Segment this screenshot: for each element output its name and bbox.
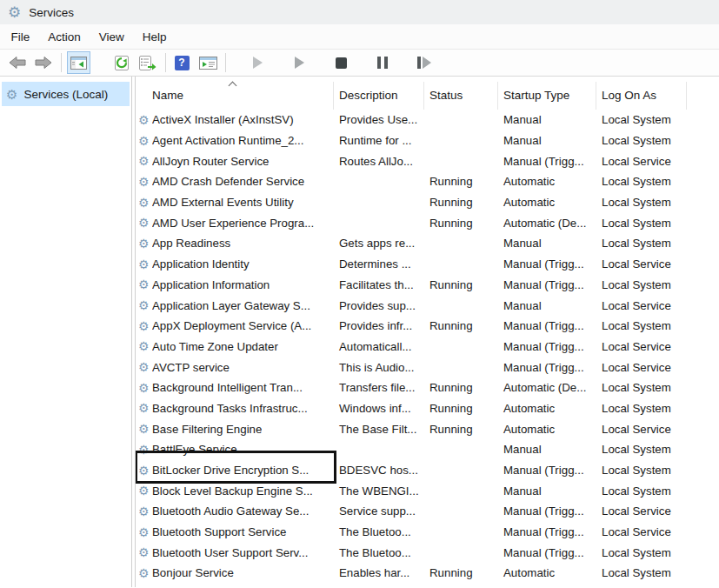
- table-row[interactable]: ⚙ Auto Time Zone Updater Automaticall...…: [136, 337, 719, 357]
- restart-service-button[interactable]: [414, 51, 435, 74]
- column-header-startup-type[interactable]: Startup Type: [498, 82, 596, 110]
- service-name: Auto Time Zone Updater: [152, 340, 278, 353]
- service-name: Base Filtering Engine: [152, 423, 262, 436]
- table-row[interactable]: ⚙ Bluetooth Audio Gateway Se... Service …: [136, 501, 719, 522]
- show-hide-action-pane-button[interactable]: [197, 51, 218, 74]
- service-log-on-as: Local Service: [596, 299, 687, 312]
- table-row[interactable]: ⚙ Background Intelligent Tran... Transfe…: [136, 378, 719, 398]
- service-name: ActiveX Installer (AxInstSV): [152, 113, 294, 126]
- service-startup-type: Manual (Trigg...: [498, 319, 596, 332]
- service-log-on-as: Local System: [596, 175, 687, 188]
- service-gear-icon: ⚙: [138, 484, 151, 497]
- service-gear-icon: ⚙: [138, 135, 151, 147]
- service-description: The WBENGI...: [334, 484, 424, 498]
- show-hide-console-tree-button[interactable]: [67, 51, 90, 74]
- service-status: Running: [424, 566, 498, 579]
- services-node-icon: ⚙: [6, 88, 17, 101]
- console-tree-icon: [70, 57, 87, 70]
- refresh-icon: [114, 56, 130, 70]
- service-name: Application Identity: [152, 257, 250, 271]
- table-row[interactable]: ⚙ Bluetooth User Support Serv... The Blu…: [136, 542, 719, 563]
- service-startup-type: Manual (Trigg...: [498, 504, 596, 518]
- start-service-icon: [253, 57, 263, 69]
- table-row[interactable]: ⚙ AMD Crash Defender Service Running Aut…: [136, 171, 719, 192]
- help-button[interactable]: ?: [171, 51, 192, 74]
- table-row[interactable]: ⚙ Bluetooth Support Service The Bluetoo.…: [136, 522, 719, 543]
- service-name: AMD External Events Utility: [152, 196, 294, 209]
- service-log-on-as: Local Service: [596, 423, 687, 436]
- table-row[interactable]: ⚙ Background Tasks Infrastruc... Windows…: [136, 398, 719, 419]
- service-description: The Bluetoo...: [334, 525, 424, 538]
- table-row[interactable]: ⚙ Application Layer Gateway S... Provide…: [136, 295, 719, 316]
- service-status: Running: [424, 319, 498, 332]
- service-startup-type: Manual (Trigg...: [498, 464, 596, 477]
- title-bar[interactable]: ⚙ Services: [0, 0, 719, 24]
- column-header-log-on-as[interactable]: Log On As: [596, 82, 687, 110]
- service-log-on-as: Local System: [596, 113, 687, 126]
- table-row[interactable]: ⚙ AVCTP service This is Audio... Manual …: [136, 357, 719, 378]
- sidebar-item-services-local[interactable]: ⚙ Services (Local): [2, 82, 130, 106]
- service-gear-icon: ⚙: [138, 176, 151, 188]
- table-row[interactable]: ⚙ Application Identity Determines ... Ma…: [136, 254, 719, 275]
- table-row[interactable]: ⚙ Application Information Facilitates th…: [136, 275, 719, 296]
- service-log-on-as: Local System: [596, 196, 687, 209]
- table-row[interactable]: ⚙ BitLocker Drive Encryption S... BDESVC…: [136, 460, 719, 481]
- table-row[interactable]: ⚙: [136, 584, 719, 587]
- table-row[interactable]: ⚙ BattlEye Service Manual Local System: [136, 439, 719, 460]
- table-row[interactable]: ⚙ Base Filtering Engine The Base Filt...…: [136, 418, 719, 439]
- table-row[interactable]: ⚙ AMD User Experience Progra... Running …: [136, 212, 719, 233]
- service-name: Bluetooth Audio Gateway Se...: [152, 504, 309, 518]
- stop-service-button[interactable]: [330, 51, 351, 74]
- column-header-status[interactable]: Status: [424, 82, 498, 110]
- table-row[interactable]: ⚙ AllJoyn Router Service Routes AllJo...…: [136, 150, 719, 171]
- menu-file[interactable]: File: [2, 27, 39, 47]
- pause-service-button[interactable]: [372, 51, 393, 74]
- back-arrow-icon: [9, 57, 26, 69]
- service-startup-type: Automatic (De...: [498, 217, 596, 230]
- service-gear-icon: ⚙: [138, 155, 151, 167]
- forward-button[interactable]: [33, 51, 54, 74]
- action-pane-icon: [199, 57, 217, 70]
- service-name: Agent Activation Runtime_2...: [152, 134, 303, 147]
- service-log-on-as: Local System: [596, 402, 687, 415]
- table-row[interactable]: ⚙ ActiveX Installer (AxInstSV) Provides …: [136, 110, 719, 130]
- service-startup-type: Automatic: [498, 175, 596, 188]
- menu-help[interactable]: Help: [133, 27, 176, 47]
- resume-service-button[interactable]: [289, 51, 310, 74]
- service-status: Running: [424, 175, 498, 188]
- service-log-on-as: Local Service: [596, 504, 687, 518]
- back-button[interactable]: [7, 51, 28, 74]
- service-log-on-as: Local System: [596, 217, 687, 230]
- service-description: Enables har...: [334, 566, 424, 579]
- service-startup-type: Manual: [498, 237, 596, 250]
- table-row[interactable]: ⚙ AppX Deployment Service (A... Provides…: [136, 316, 719, 337]
- service-startup-type: Manual (Trigg...: [498, 340, 596, 353]
- menu-view[interactable]: View: [90, 27, 133, 47]
- service-description: Determines ...: [334, 257, 424, 271]
- table-row[interactable]: ⚙ Agent Activation Runtime_2... Runtime …: [136, 130, 719, 151]
- service-status: Running: [424, 196, 498, 209]
- toolbar-separator: [165, 53, 166, 72]
- service-name: Bluetooth User Support Serv...: [152, 546, 308, 559]
- service-description: Provides Use...: [334, 113, 424, 126]
- service-gear-icon: ⚙: [138, 278, 151, 291]
- table-row[interactable]: ⚙ AMD External Events Utility Running Au…: [136, 192, 719, 213]
- service-log-on-as: Local Service: [596, 361, 687, 374]
- column-header-description[interactable]: Description: [334, 82, 424, 110]
- service-status: Running: [424, 217, 498, 230]
- start-service-button[interactable]: [247, 51, 268, 74]
- service-log-on-as: Local System: [596, 566, 687, 579]
- service-log-on-as: Local System: [596, 484, 687, 498]
- table-row[interactable]: ⚙ App Readiness Gets apps re... Manual L…: [136, 233, 719, 254]
- export-list-button[interactable]: [137, 51, 158, 74]
- service-gear-icon: ⚙: [138, 505, 151, 518]
- service-log-on-as: Local System: [596, 443, 687, 456]
- service-gear-icon: ⚙: [138, 402, 151, 414]
- service-log-on-as: Local System: [596, 546, 687, 559]
- table-row[interactable]: ⚙ Block Level Backup Engine S... The WBE…: [136, 480, 719, 501]
- refresh-button[interactable]: [111, 51, 132, 74]
- menu-action[interactable]: Action: [39, 27, 90, 47]
- table-row[interactable]: ⚙ Bonjour Service Enables har... Running…: [136, 563, 719, 584]
- service-startup-type: Manual: [498, 443, 596, 456]
- service-startup-type: Manual: [498, 113, 596, 126]
